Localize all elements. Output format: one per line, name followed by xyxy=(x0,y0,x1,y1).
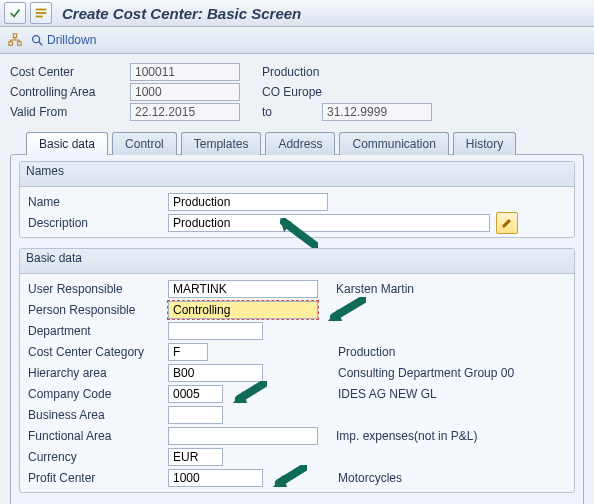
valid-to-field[interactable] xyxy=(322,103,432,121)
valid-from-field[interactable] xyxy=(130,103,240,121)
svg-rect-5 xyxy=(18,42,22,46)
user-responsible-text: Karsten Martin xyxy=(336,282,414,296)
controlling-area-field[interactable] xyxy=(130,83,240,101)
cc-category-text: Production xyxy=(338,345,395,359)
svg-point-6 xyxy=(33,36,40,43)
title-toolbar: Create Cost Center: Basic Screen xyxy=(0,0,594,27)
department-label: Department xyxy=(26,324,168,338)
business-area-label: Business Area xyxy=(26,408,168,422)
hierarchy-label: Hierarchy area xyxy=(26,366,168,380)
group-names: Names Name Description xyxy=(19,161,575,238)
toolbar-menu-button[interactable] xyxy=(30,2,52,24)
controlling-area-text: CO Europe xyxy=(262,85,322,99)
annotation-arrow-icon xyxy=(271,465,307,491)
valid-to-label: to xyxy=(262,105,302,119)
user-responsible-field[interactable] xyxy=(168,280,318,298)
valid-from-label: Valid From xyxy=(10,105,130,119)
toolbar-check-button[interactable] xyxy=(4,2,26,24)
group-names-title: Names xyxy=(20,162,574,187)
header-block: Cost Center Production Controlling Area … xyxy=(0,54,594,124)
currency-field[interactable] xyxy=(168,448,223,466)
org-structure-button[interactable] xyxy=(8,33,22,47)
profit-center-label: Profit Center xyxy=(26,471,168,485)
company-code-field[interactable] xyxy=(168,385,223,403)
svg-line-7 xyxy=(39,42,43,46)
profit-center-text: Motorcycles xyxy=(338,471,402,485)
svg-rect-2 xyxy=(36,16,43,18)
cc-category-field[interactable] xyxy=(168,343,208,361)
pencil-icon xyxy=(501,217,513,229)
user-responsible-label: User Responsible xyxy=(26,282,168,296)
svg-rect-3 xyxy=(13,34,17,38)
functional-area-field[interactable] xyxy=(168,427,318,445)
tab-communication[interactable]: Communication xyxy=(339,132,448,155)
hierarchy-field[interactable] xyxy=(168,364,263,382)
tab-panel-basic: Names Name Description Basic data xyxy=(10,154,584,504)
name-field[interactable] xyxy=(168,193,328,211)
company-code-label: Company Code xyxy=(26,387,168,401)
tab-basic-data[interactable]: Basic data xyxy=(26,132,108,155)
person-responsible-field[interactable] xyxy=(168,301,318,319)
group-basic-title: Basic data xyxy=(20,249,574,274)
description-edit-button[interactable] xyxy=(496,212,518,234)
svg-rect-0 xyxy=(36,9,47,11)
name-label: Name xyxy=(26,195,168,209)
controlling-area-label: Controlling Area xyxy=(10,85,130,99)
drilldown-button[interactable]: Drilldown xyxy=(30,33,96,47)
department-field[interactable] xyxy=(168,322,263,340)
drilldown-label: Drilldown xyxy=(47,33,96,47)
cost-center-field[interactable] xyxy=(130,63,240,81)
page-title: Create Cost Center: Basic Screen xyxy=(62,5,301,22)
hierarchy-text: Consulting Department Group 00 xyxy=(338,366,514,380)
cost-center-text: Production xyxy=(262,65,319,79)
cc-category-label: Cost Center Category xyxy=(26,345,168,359)
description-field[interactable] xyxy=(168,214,490,232)
currency-label: Currency xyxy=(26,450,168,464)
profit-center-field[interactable] xyxy=(168,469,263,487)
tab-control[interactable]: Control xyxy=(112,132,177,155)
tab-strip: Basic data Control Templates Address Com… xyxy=(0,130,594,154)
tab-address[interactable]: Address xyxy=(265,132,335,155)
functional-area-text: Imp. expenses(not in P&L) xyxy=(336,429,477,443)
sub-toolbar: Drilldown xyxy=(0,27,594,54)
group-basic-data: Basic data User Responsible Karsten Mart… xyxy=(19,248,575,493)
functional-area-label: Functional Area xyxy=(26,429,168,443)
description-label: Description xyxy=(26,216,168,230)
business-area-field[interactable] xyxy=(168,406,223,424)
cost-center-label: Cost Center xyxy=(10,65,130,79)
company-code-text: IDES AG NEW GL xyxy=(338,387,437,401)
person-responsible-label: Person Responsible xyxy=(26,303,168,317)
svg-rect-1 xyxy=(36,12,47,14)
svg-rect-4 xyxy=(9,42,13,46)
tab-templates[interactable]: Templates xyxy=(181,132,262,155)
tab-history[interactable]: History xyxy=(453,132,516,155)
